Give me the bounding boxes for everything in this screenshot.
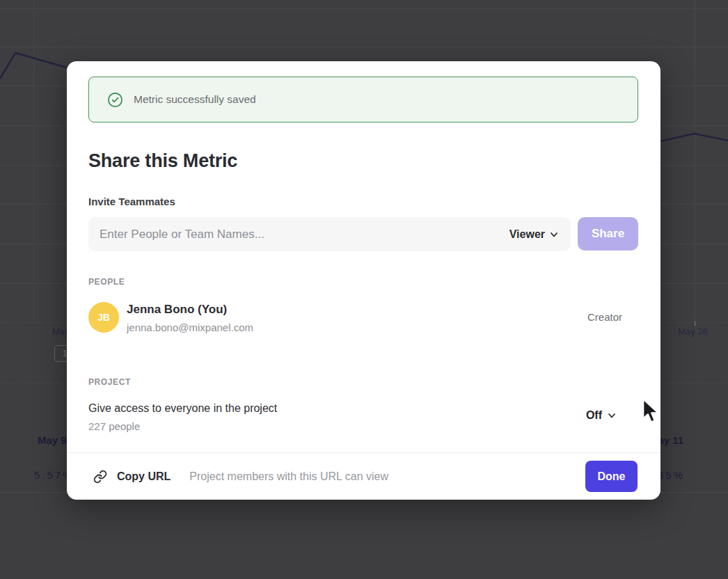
avatar-initials: JB — [97, 312, 110, 323]
project-access-dropdown[interactable]: Off — [586, 409, 616, 422]
chevron-down-icon — [608, 411, 616, 420]
invite-input[interactable] — [100, 228, 509, 241]
link-icon — [93, 470, 107, 484]
people-section-label: PEOPLE — [88, 277, 125, 287]
person-email: jenna.bono@mixpanel.com — [127, 322, 253, 333]
table-value-right: 35% — [658, 469, 685, 481]
modal-footer: Copy URL Project members with this URL c… — [67, 452, 660, 500]
person-row: JB Jenna Bono (You) jenna.bono@mixpanel.… — [88, 302, 638, 333]
project-access-dropdown-value: Off — [586, 409, 602, 422]
share-metric-modal: Metric successfully saved Share this Met… — [67, 61, 660, 500]
project-member-count: 227 people — [88, 420, 140, 432]
footer-hint-text: Project members with this URL can view — [189, 470, 585, 483]
avatar: JB — [88, 302, 119, 333]
person-name: Jenna Bono (You) — [127, 303, 227, 317]
check-circle-icon — [107, 92, 123, 108]
chevron-down-icon — [550, 230, 558, 239]
copy-url-button[interactable]: Copy URL — [117, 470, 171, 483]
success-banner: Metric successfully saved — [88, 77, 638, 122]
project-access-title: Give access to everyone in the project — [88, 402, 277, 415]
modal-title: Share this Metric — [88, 150, 237, 172]
invite-field[interactable]: Viewer — [88, 217, 571, 251]
share-button[interactable]: Share — [578, 217, 638, 251]
table-header-may-9: May 9 — [38, 434, 67, 446]
role-dropdown[interactable]: Viewer — [509, 228, 558, 241]
role-dropdown-value: Viewer — [509, 228, 545, 241]
done-button[interactable]: Done — [585, 461, 638, 492]
project-section-label: PROJECT — [88, 377, 131, 387]
chart-line-right-segment — [660, 134, 728, 141]
success-banner-text: Metric successfully saved — [134, 93, 256, 106]
x-axis-label-may-26: May 26 — [678, 326, 708, 337]
project-access-row: Give access to everyone in the project 2… — [88, 401, 638, 436]
invite-teammates-label: Invite Teammates — [88, 196, 175, 207]
invite-row: Viewer Share — [88, 217, 638, 251]
person-role-badge: Creator — [587, 311, 622, 323]
